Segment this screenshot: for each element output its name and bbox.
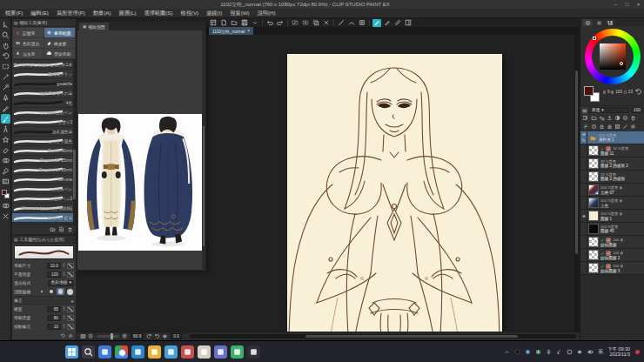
deselect-icon[interactable]	[291, 19, 299, 27]
add-page-icon[interactable]	[58, 226, 64, 232]
layer-visibility-gutter[interactable]	[580, 262, 587, 274]
reselect-icon[interactable]	[301, 19, 310, 27]
invert-select-icon[interactable]	[312, 19, 320, 27]
new-folder-icon[interactable]	[590, 115, 597, 122]
expand-icon[interactable]: ▸	[71, 298, 74, 304]
reset-icon[interactable]	[60, 333, 65, 339]
arrow-back-icon[interactable]	[555, 347, 562, 356]
snap-ruler-icon[interactable]	[337, 19, 345, 27]
tool-pen-icon[interactable]	[1, 93, 10, 103]
layer-row[interactable]: 100 %普通圖層 1	[580, 210, 644, 223]
antialias-option[interactable]	[47, 288, 55, 295]
clear-icon[interactable]	[1, 211, 10, 221]
canvas-tab-close-icon[interactable]: ×	[247, 29, 250, 33]
battery-icon[interactable]	[587, 347, 594, 356]
layer-row[interactable]: 39 %普通圖層 2 的複製 2	[580, 158, 644, 171]
subtool-group-橡皮擦[interactable]: 橡皮擦	[44, 38, 75, 48]
brush-item[interactable]: にじみペン2	[12, 194, 76, 204]
layer-row[interactable]: ✎100 %普通資料夾 1	[580, 131, 644, 144]
close-button[interactable]: ×	[633, 0, 644, 9]
ruler-icon[interactable]	[393, 19, 402, 27]
taskbar-edge-icon[interactable]	[131, 345, 144, 359]
stepper-icon[interactable]: ▲▼	[63, 324, 65, 328]
layer-visibility-gutter[interactable]	[580, 158, 587, 170]
layer-row[interactable]: ✓100線稿圖層 2	[580, 249, 644, 262]
canvas-horizontal-scrollbar[interactable]	[190, 334, 576, 339]
property-value[interactable]: 100	[47, 272, 61, 278]
layer-row[interactable]: ✓10 %普通圖層 11	[580, 144, 644, 158]
brush-item[interactable]: 油彩混色筆	[12, 127, 76, 137]
color-wheel[interactable]	[585, 29, 641, 84]
tool-selection-icon[interactable]	[1, 62, 10, 71]
canvas[interactable]	[287, 54, 502, 332]
blend-icon[interactable]	[1, 201, 10, 211]
property-value[interactable]: 10.0	[47, 263, 61, 269]
dynamics-button[interactable]	[67, 315, 74, 321]
main-color-swatch[interactable]	[584, 86, 594, 96]
tool-pencil-icon[interactable]	[1, 104, 10, 113]
tool-gradient-icon[interactable]	[1, 177, 10, 186]
toolbar-color-swatches[interactable]	[1, 189, 10, 199]
brush-item[interactable]: 宮崎風ブラシ	[12, 70, 76, 79]
taskbar-clock[interactable]: 下午 09:30 2023/11/3	[607, 346, 630, 357]
tool-rotate-canvas-icon[interactable]	[1, 51, 10, 61]
eye-icon[interactable]	[581, 132, 587, 137]
brush-item[interactable]: 塗りも伸ばしもぼかしもこれ1本	[12, 60, 76, 70]
brush-item[interactable]: 空塗り2	[12, 117, 76, 127]
property-value[interactable]: 80	[47, 315, 61, 321]
taskbar-notes-app-icon[interactable]	[231, 345, 244, 359]
rotate-left-icon[interactable]	[146, 333, 152, 339]
tool-zoom-icon[interactable]	[1, 30, 10, 40]
pencil2-icon[interactable]	[383, 19, 392, 27]
material-panel-icon[interactable]	[404, 19, 413, 27]
taskbar-start-icon[interactable]	[65, 345, 78, 359]
antialias-option[interactable]	[66, 288, 74, 295]
color-set-tab-icon[interactable]	[605, 19, 615, 26]
toolbar-main-color[interactable]	[2, 190, 7, 195]
brush-list-scrollbar[interactable]	[73, 60, 76, 224]
save-icon[interactable]	[240, 19, 249, 27]
brush-item[interactable]: soft-one	[12, 175, 76, 184]
layer-row[interactable]: ✓100線稿圖層 3	[580, 262, 644, 275]
taskbar-paint-app-icon[interactable]	[181, 345, 194, 359]
menu-item[interactable]: 選擇範圍(S)	[144, 10, 172, 17]
layer-visibility-gutter[interactable]	[580, 236, 587, 248]
subtool-group-雲朵筆刷[interactable]: 雲朵筆刷	[44, 49, 75, 58]
layer-visibility-gutter[interactable]	[580, 184, 587, 196]
sv-square[interactable]	[600, 44, 626, 70]
brush-item[interactable]: En plein air 25min	[12, 156, 76, 165]
open-file-icon[interactable]	[230, 19, 238, 27]
tool-blend-icon[interactable]	[1, 156, 10, 165]
zoom-value[interactable]: 80.9	[131, 333, 144, 339]
menu-item[interactable]: 動畫(A)	[93, 10, 111, 17]
brush-item[interactable]: 4色	[12, 98, 76, 108]
layer-visibility-gutter[interactable]	[580, 171, 587, 183]
tool-airbrush-icon[interactable]	[1, 124, 10, 134]
check-icon[interactable]: ✓	[600, 251, 604, 256]
pen-active-icon[interactable]	[372, 19, 381, 27]
dynamics-button[interactable]	[67, 306, 74, 312]
layer-visibility-gutter[interactable]: ✎	[580, 131, 587, 144]
sv-marker[interactable]	[620, 62, 623, 65]
brush-item[interactable]: 油彩平筆寄りの筆	[12, 89, 76, 98]
stepper-icon[interactable]: ▲▼	[63, 272, 65, 276]
tool-grab-icon[interactable]	[1, 41, 10, 50]
stepper-icon[interactable]: ▲▼	[63, 306, 65, 311]
layer-visibility-gutter[interactable]	[580, 249, 587, 261]
transfer-icon[interactable]	[598, 115, 605, 122]
rotate-right-icon[interactable]	[154, 333, 160, 339]
note-sq-icon[interactable]	[566, 347, 573, 356]
check-icon[interactable]: ✓	[600, 238, 604, 243]
taskbar-mail-icon[interactable]	[98, 345, 111, 359]
dynamics-button[interactable]	[67, 324, 74, 330]
tool-auto-select-icon[interactable]	[1, 72, 10, 82]
wrench-icon[interactable]	[68, 333, 73, 339]
tool-brush-icon[interactable]	[1, 114, 10, 124]
lock-alpha-icon[interactable]	[606, 124, 613, 131]
brush-item[interactable]: しっとり混色	[12, 137, 76, 146]
color-s-value[interactable]: 100	[615, 90, 622, 94]
brush-item[interactable]: ななめのふわペン	[12, 108, 76, 117]
redo-icon[interactable]	[276, 19, 285, 27]
brush-item[interactable]: gouache	[12, 79, 76, 89]
brush-item[interactable]: Dessin 30min	[12, 146, 76, 156]
